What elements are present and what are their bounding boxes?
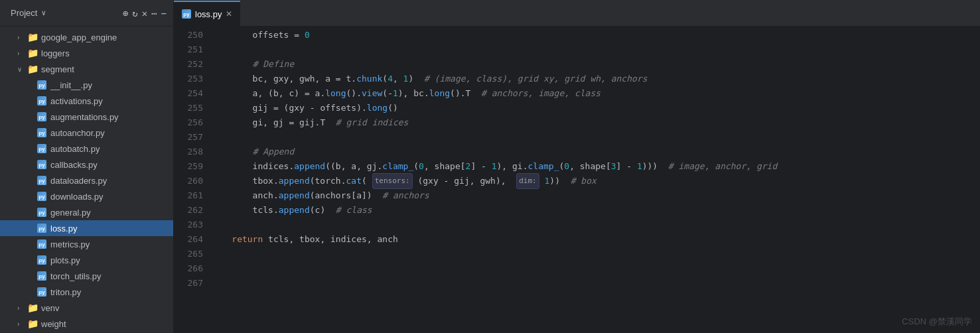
minimize-icon[interactable]: −	[161, 8, 167, 19]
py-file-icon: py	[36, 270, 48, 282]
code-line-263	[211, 218, 980, 232]
line-number: 252	[176, 57, 203, 72]
sidebar-item-autoanchor[interactable]: py autoanchor.py	[0, 125, 173, 141]
folder-icon: 📁	[27, 31, 38, 43]
sidebar-item-google-app-engine[interactable]: › 📁 google_app_engine	[0, 29, 173, 45]
line-number: 260	[176, 174, 203, 188]
py-file-icon: py	[36, 143, 48, 155]
sidebar-item-label: loggers	[41, 48, 173, 58]
tab-close-icon[interactable]: ✕	[226, 9, 232, 19]
py-file-icon: py	[36, 127, 48, 139]
sidebar-item-loss[interactable]: py loss.py	[0, 220, 173, 236]
close-icon[interactable]: ✕	[142, 8, 147, 19]
line-number: 250	[176, 28, 203, 42]
sidebar-item-label: augmentations.py	[50, 112, 173, 122]
sidebar-item-label: venv	[41, 303, 173, 313]
line-number: 253	[176, 72, 203, 86]
chevron-right-icon: ›	[17, 34, 27, 41]
sidebar-item-label: torch_utils.py	[50, 271, 173, 281]
py-file-icon: py	[36, 159, 48, 170]
sidebar-item-segment[interactable]: ∨ 📁 segment	[0, 61, 173, 77]
sidebar-item-weight[interactable]: › 📁 weight	[0, 316, 173, 332]
py-file-icon: py	[36, 286, 48, 298]
chevron-right-icon: ›	[17, 304, 27, 312]
code-line-256: gi, gj = gij.T # grid indices	[211, 115, 980, 130]
line-number: 258	[176, 145, 203, 159]
line-number: 264	[176, 232, 203, 247]
py-file-icon: py	[36, 111, 48, 123]
sidebar-item-callbacks[interactable]: py callbacks.py	[0, 157, 173, 172]
add-icon[interactable]: ⊕	[123, 8, 128, 19]
py-file-icon: py	[36, 238, 48, 250]
sidebar-item-label: plots.py	[50, 255, 173, 265]
code-line-264: return tcls, tbox, indices, anch	[211, 232, 980, 247]
sidebar-item-label: callbacks.py	[50, 160, 173, 170]
sidebar-item-label: activations.py	[50, 96, 173, 106]
sidebar-item-label: google_app_engine	[41, 33, 173, 42]
code-line-259: indices.append((b, a, gj.clamp_(0, shape…	[211, 159, 980, 174]
more-icon[interactable]: ⋯	[151, 8, 157, 19]
sidebar-item-label: segment	[41, 64, 173, 74]
sidebar-title-arrow: ∨	[41, 9, 46, 17]
line-number: 266	[176, 261, 203, 276]
py-file-icon: py	[36, 206, 48, 218]
code-line-255: gij = (gxy - offsets).long()	[211, 101, 980, 115]
sidebar-item-triton[interactable]: py triton.py	[0, 284, 173, 300]
code-line-266	[211, 261, 980, 276]
tab-file-icon: py	[182, 9, 191, 19]
line-number: 263	[176, 218, 203, 232]
sidebar-item-activations[interactable]: py activations.py	[0, 93, 173, 109]
py-file-icon: py	[36, 254, 48, 266]
line-number: 262	[176, 203, 203, 218]
sidebar-header: Project ∨ ⊕ ↻ ✕ ⋯ −	[0, 0, 173, 27]
line-number: 259	[176, 159, 203, 174]
sidebar-item-label: __init__.py	[50, 80, 173, 90]
sidebar-item-metrics[interactable]: py metrics.py	[0, 236, 173, 252]
chevron-right-icon: ›	[17, 320, 27, 328]
sidebar-item-dataloaders[interactable]: py dataloaders.py	[0, 172, 173, 188]
tab-bar: py loss.py ✕	[174, 0, 980, 27]
tab-loss[interactable]: py loss.py ✕	[174, 1, 240, 26]
sidebar-item-venv[interactable]: › 📁 venv	[0, 300, 173, 316]
folder-icon: 📁	[27, 318, 38, 330]
code-editor[interactable]: offsets = 0 # Define bc, gxy, gwh, a = t…	[208, 27, 980, 333]
code-line-265	[211, 247, 980, 261]
sidebar-item-downloads[interactable]: py downloads.py	[0, 188, 173, 204]
sidebar-title: Project	[11, 8, 37, 18]
line-number: 254	[176, 86, 203, 101]
sidebar-item-label: general.py	[50, 208, 173, 218]
sidebar-item-label: triton.py	[50, 287, 173, 297]
code-line-251	[211, 42, 980, 57]
sidebar-item-torch-utils[interactable]: py torch_utils.py	[0, 268, 173, 284]
line-number: 257	[176, 130, 203, 145]
sidebar: Project ∨ ⊕ ↻ ✕ ⋯ − › 📁 google_app_engin…	[0, 0, 174, 333]
watermark: CSDN @禁溪同学	[902, 316, 972, 328]
py-file-icon: py	[36, 190, 48, 202]
sidebar-item-init[interactable]: py __init__.py	[0, 77, 173, 93]
sidebar-item-label: loss.py	[50, 224, 173, 233]
code-line-267	[211, 276, 980, 291]
chevron-right-icon: ›	[17, 50, 27, 57]
py-file-icon: py	[36, 222, 48, 234]
line-number: 265	[176, 247, 203, 261]
sidebar-item-plots[interactable]: py plots.py	[0, 252, 173, 268]
code-line-253: bc, gxy, gwh, a = t.chunk(4, 1) # (image…	[211, 72, 980, 86]
sidebar-item-augmentations[interactable]: py augmentations.py	[0, 109, 173, 125]
sidebar-item-autobatch[interactable]: py autobatch.py	[0, 141, 173, 157]
sidebar-item-label: downloads.py	[50, 192, 173, 202]
chevron-down-icon: ∨	[17, 66, 27, 73]
code-line-262: tcls.append(c) # class	[211, 203, 980, 218]
line-number: 256	[176, 115, 203, 130]
refresh-icon[interactable]: ↻	[132, 8, 137, 19]
line-number: 261	[176, 188, 203, 203]
code-line-250: offsets = 0	[211, 28, 980, 42]
sidebar-content: › 📁 google_app_engine › 📁 loggers ∨ 📁 se…	[0, 27, 173, 333]
code-line-260: tbox.append(torch.cat( tensors: (gxy - g…	[211, 174, 980, 188]
code-line-258: # Append	[211, 145, 980, 159]
sidebar-item-loggers[interactable]: › 📁 loggers	[0, 45, 173, 61]
folder-icon: 📁	[27, 302, 38, 314]
sidebar-item-general[interactable]: py general.py	[0, 204, 173, 220]
py-file-icon: py	[36, 174, 48, 186]
sidebar-item-label: metrics.py	[50, 239, 173, 249]
sidebar-title-group: Project ∨	[7, 8, 46, 18]
